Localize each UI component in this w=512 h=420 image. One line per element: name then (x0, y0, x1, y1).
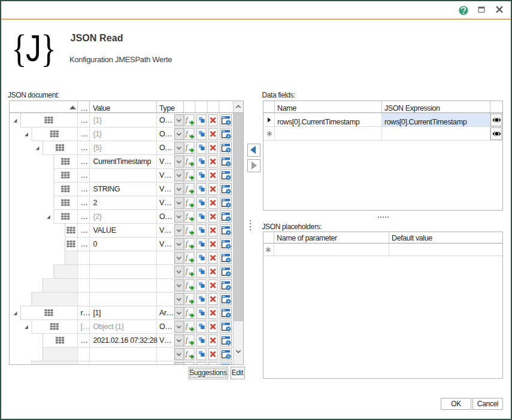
svg-text:…: … (81, 336, 88, 345)
svg-text:Name: Name (277, 104, 296, 112)
svg-text:…: … (81, 116, 88, 124)
svg-text:…: … (81, 171, 88, 179)
svg-text:Name of parameter: Name of parameter (277, 234, 337, 242)
svg-text:…: … (81, 226, 88, 235)
svg-text:[…: [… (81, 322, 90, 331)
svg-text:2021.02.16 07:32:28: 2021.02.16 07:32:28 (93, 336, 158, 345)
svg-text:…: … (81, 212, 88, 221)
svg-text:O…: O… (159, 116, 172, 124)
svg-text:…: … (81, 240, 88, 248)
svg-text:V…: V… (159, 171, 171, 179)
svg-text:…: … (81, 157, 88, 166)
svg-text:{1}: {1} (93, 116, 102, 124)
svg-text:Type: Type (159, 104, 175, 112)
svg-text:…: … (81, 199, 88, 207)
svg-text:V…: V… (159, 240, 171, 248)
svg-text:Value: Value (93, 104, 110, 112)
svg-text:[1]: [1] (93, 309, 101, 317)
svg-text:Ar…: Ar… (159, 309, 174, 317)
svg-text:…: … (81, 144, 88, 152)
svg-text:STRING: STRING (93, 185, 120, 193)
svg-text:Default value: Default value (392, 234, 432, 242)
svg-text:rows[0].CurrentTimestamp: rows[0].CurrentTimestamp (384, 118, 467, 126)
svg-text:V…: V… (159, 336, 171, 345)
svg-text:JSON Expression: JSON Expression (384, 104, 440, 112)
svg-text:V…: V… (159, 226, 171, 235)
svg-text:{1}: {1} (93, 130, 102, 138)
svg-text:rows[0].CurrentTimestamp: rows[0].CurrentTimestamp (277, 118, 360, 126)
svg-text:…: … (81, 130, 88, 138)
svg-text:2: 2 (93, 199, 98, 207)
svg-text:O…: O… (159, 130, 172, 138)
svg-text:O…: O… (159, 144, 172, 152)
svg-text:O…: O… (159, 322, 172, 331)
svg-text:V…: V… (159, 199, 171, 207)
svg-text:O…: O… (159, 212, 172, 221)
svg-text:V…: V… (159, 185, 171, 193)
svg-text:…: … (81, 185, 88, 193)
svg-text:{2}: {2} (93, 212, 102, 221)
svg-text:VALUE: VALUE (93, 226, 116, 235)
svg-text:0: 0 (93, 240, 98, 248)
svg-text:r…: r… (81, 309, 90, 317)
svg-text:…: … (81, 104, 88, 112)
svg-text:{5}: {5} (93, 144, 102, 152)
svg-text:V…: V… (159, 157, 171, 166)
svg-text:Object {1}: Object {1} (93, 322, 124, 331)
svg-text:CurrentTimestamp: CurrentTimestamp (93, 157, 152, 166)
